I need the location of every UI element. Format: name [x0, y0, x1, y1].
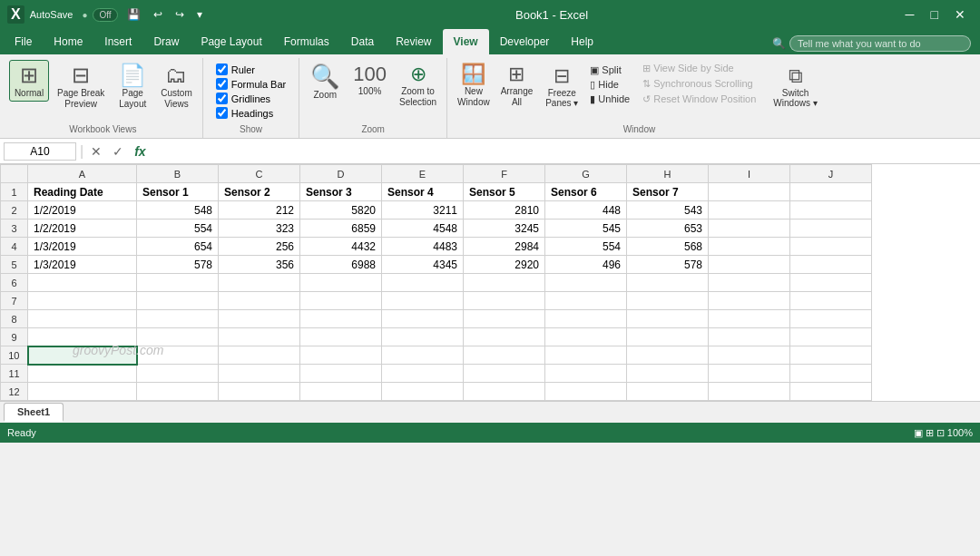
cell-r6c6[interactable]: [545, 274, 627, 292]
cell-r9c4[interactable]: [382, 328, 464, 346]
cell-r8c7[interactable]: [627, 310, 709, 328]
cell-r1c5[interactable]: Sensor 5: [464, 183, 545, 201]
col-header-g[interactable]: G: [545, 165, 627, 183]
cell-r2c3[interactable]: 5820: [300, 201, 382, 219]
cell-r8c0[interactable]: [28, 310, 137, 328]
custom-views-button[interactable]: 🗂 CustomViews: [156, 60, 196, 112]
cell-r5c4[interactable]: 4345: [382, 256, 464, 274]
sheet-tab-1[interactable]: Sheet1: [4, 403, 64, 422]
cell-r11c9[interactable]: [790, 365, 872, 383]
cell-r4c6[interactable]: 554: [545, 238, 627, 256]
normal-view-button[interactable]: ⊞ Normal: [9, 60, 49, 102]
cell-r10c7[interactable]: [627, 346, 709, 365]
cell-r2c2[interactable]: 212: [219, 201, 300, 219]
cell-r9c2[interactable]: [219, 328, 300, 346]
tab-help[interactable]: Help: [560, 29, 604, 54]
page-layout-button[interactable]: 📄 PageLayout: [113, 60, 152, 112]
cell-r1c6[interactable]: Sensor 6: [545, 183, 627, 201]
close-button[interactable]: ✕: [947, 4, 973, 25]
cell-r1c0[interactable]: Reading Date: [28, 183, 137, 201]
cell-r12c2[interactable]: [219, 383, 300, 401]
cell-r8c4[interactable]: [382, 310, 464, 328]
cell-r1c9[interactable]: [790, 183, 872, 201]
cell-r11c6[interactable]: [545, 365, 627, 383]
cell-r1c8[interactable]: [709, 183, 790, 201]
tab-formulas[interactable]: Formulas: [273, 29, 340, 54]
view-side-by-side-button[interactable]: ⊞ View Side by Side: [639, 62, 760, 75]
cell-r10c5[interactable]: [464, 346, 545, 365]
cell-r6c0[interactable]: [28, 274, 137, 292]
page-break-preview-button[interactable]: ⊟ Page BreakPreview: [53, 60, 109, 112]
cell-r12c9[interactable]: [790, 383, 872, 401]
col-header-a[interactable]: A: [28, 165, 137, 183]
cell-r6c8[interactable]: [709, 274, 790, 292]
cell-r11c2[interactable]: [219, 365, 300, 383]
row-header-8[interactable]: 8: [1, 310, 28, 328]
cell-r10c6[interactable]: [545, 346, 627, 365]
cell-r3c8[interactable]: [709, 219, 790, 238]
cell-r12c0[interactable]: [28, 383, 137, 401]
cell-r1c3[interactable]: Sensor 3: [300, 183, 382, 201]
cell-r7c7[interactable]: [627, 292, 709, 310]
tab-view[interactable]: View: [443, 29, 489, 54]
cell-r5c1[interactable]: 578: [137, 256, 219, 274]
tab-insert[interactable]: Insert: [93, 29, 142, 54]
tab-file[interactable]: File: [4, 29, 43, 54]
cell-r3c2[interactable]: 323: [219, 219, 300, 238]
minimize-button[interactable]: ─: [898, 4, 922, 25]
cell-r5c7[interactable]: 578: [627, 256, 709, 274]
row-header-9[interactable]: 9: [1, 328, 28, 346]
cell-r2c5[interactable]: 2810: [464, 201, 545, 219]
row-header-6[interactable]: 6: [1, 274, 28, 292]
cell-r9c1[interactable]: [137, 328, 219, 346]
cell-r8c3[interactable]: [300, 310, 382, 328]
cell-r12c3[interactable]: [300, 383, 382, 401]
cell-r10c9[interactable]: [790, 346, 872, 365]
maximize-button[interactable]: □: [924, 4, 946, 25]
ruler-checkbox-label[interactable]: Ruler: [216, 63, 287, 75]
cell-r7c1[interactable]: [137, 292, 219, 310]
cell-r4c2[interactable]: 256: [219, 238, 300, 256]
cell-r8c1[interactable]: [137, 310, 219, 328]
cell-r6c9[interactable]: [790, 274, 872, 292]
cell-r6c5[interactable]: [464, 274, 545, 292]
tab-review[interactable]: Review: [385, 29, 442, 54]
cell-r3c1[interactable]: 554: [137, 219, 219, 238]
cell-r3c9[interactable]: [790, 219, 872, 238]
cell-r3c0[interactable]: 1/2/2019: [28, 219, 137, 238]
tell-me-input[interactable]: [789, 35, 971, 52]
cell-r10c2[interactable]: [219, 346, 300, 365]
cell-r7c9[interactable]: [790, 292, 872, 310]
cell-r2c4[interactable]: 3211: [382, 201, 464, 219]
tab-draw[interactable]: Draw: [142, 29, 190, 54]
cell-r10c8[interactable]: [709, 346, 790, 365]
cell-r12c4[interactable]: [382, 383, 464, 401]
cell-r7c4[interactable]: [382, 292, 464, 310]
cell-r12c8[interactable]: [709, 383, 790, 401]
cell-r4c7[interactable]: 568: [627, 238, 709, 256]
row-header-4[interactable]: 4: [1, 238, 28, 256]
cell-r5c6[interactable]: 496: [545, 256, 627, 274]
col-header-j[interactable]: J: [790, 165, 872, 183]
cell-r11c1[interactable]: [137, 365, 219, 383]
cell-r3c4[interactable]: 4548: [382, 219, 464, 238]
cell-r9c5[interactable]: [464, 328, 545, 346]
function-icon[interactable]: fx: [131, 142, 149, 161]
cell-r10c3[interactable]: [300, 346, 382, 365]
cell-r2c8[interactable]: [709, 201, 790, 219]
new-window-button[interactable]: 🪟 NewWindow: [453, 60, 495, 111]
col-header-d[interactable]: D: [300, 165, 382, 183]
cell-r9c7[interactable]: [627, 328, 709, 346]
spreadsheet-scroll[interactable]: A B C D E F G H I J 1Reading DateSensor …: [0, 164, 980, 401]
zoom-selection-button[interactable]: ⊕ Zoom toSelection: [395, 60, 441, 111]
cell-r10c1[interactable]: [137, 346, 219, 365]
cell-r6c1[interactable]: [137, 274, 219, 292]
headings-checkbox-label[interactable]: Headings: [216, 107, 287, 119]
hide-button[interactable]: ▯ Hide: [586, 78, 633, 92]
cell-r3c3[interactable]: 6859: [300, 219, 382, 238]
redo-button[interactable]: ↪: [172, 6, 188, 23]
formula-input[interactable]: [153, 143, 976, 160]
cell-r4c8[interactable]: [709, 238, 790, 256]
cell-r6c7[interactable]: [627, 274, 709, 292]
cell-r12c5[interactable]: [464, 383, 545, 401]
